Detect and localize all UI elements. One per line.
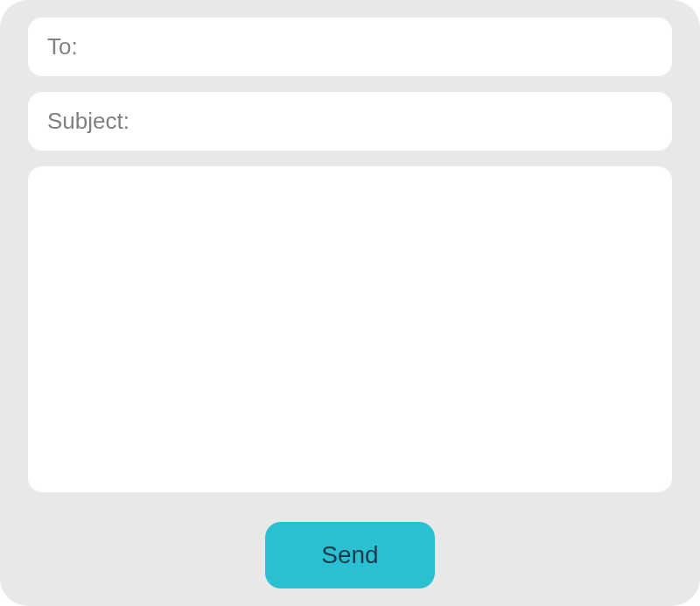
body-textarea[interactable]	[47, 182, 653, 476]
subject-label: Subject:	[47, 108, 130, 135]
subject-input[interactable]	[136, 108, 653, 135]
to-field-row: To:	[28, 18, 672, 76]
body-field	[28, 166, 672, 492]
send-button[interactable]: Send	[265, 522, 434, 588]
to-label: To:	[47, 33, 78, 60]
compose-panel: To: Subject: Send	[0, 0, 700, 606]
to-input[interactable]	[85, 33, 653, 60]
subject-field-row: Subject:	[28, 92, 672, 151]
button-row: Send	[28, 508, 672, 588]
